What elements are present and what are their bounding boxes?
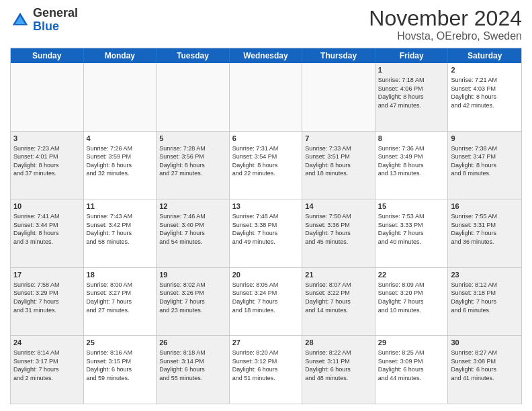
day-cell-13: 13Sunrise: 7:48 AMSunset: 3:38 PMDayligh… [230,199,303,267]
day-cell-29: 29Sunrise: 8:25 AMSunset: 3:09 PMDayligh… [375,336,449,404]
empty-cell-0-1 [84,63,157,131]
day-number: 20 [232,270,300,280]
header-day-tuesday: Tuesday [157,48,230,63]
header-day-thursday: Thursday [302,48,375,63]
day-number: 9 [451,134,519,144]
header-day-saturday: Saturday [448,48,521,63]
empty-cell-0-0 [11,63,84,131]
day-number: 16 [451,201,519,212]
day-cell-27: 27Sunrise: 8:20 AMSunset: 3:12 PMDayligh… [230,336,303,404]
day-cell-12: 12Sunrise: 7:46 AMSunset: 3:40 PMDayligh… [157,199,230,267]
day-info: Sunrise: 8:12 AMSunset: 3:18 PMDaylight:… [451,281,519,314]
day-info: Sunrise: 8:14 AMSunset: 3:17 PMDaylight:… [13,349,81,382]
day-cell-11: 11Sunrise: 7:43 AMSunset: 3:42 PMDayligh… [84,199,157,267]
logo-general: General [33,6,78,19]
day-info: Sunrise: 7:43 AMSunset: 3:42 PMDaylight:… [87,212,154,246]
day-cell-22: 22Sunrise: 8:09 AMSunset: 3:20 PMDayligh… [375,268,449,336]
day-info: Sunrise: 7:21 AMSunset: 4:03 PMDaylight:… [451,76,519,109]
day-cell-24: 24Sunrise: 8:14 AMSunset: 3:17 PMDayligh… [11,336,84,404]
location: Hovsta, OErebro, Sweden [369,30,522,42]
month-title: November 2024 [369,7,522,30]
day-cell-14: 14Sunrise: 7:50 AMSunset: 3:36 PMDayligh… [302,199,375,267]
day-cell-26: 26Sunrise: 8:18 AMSunset: 3:14 PMDayligh… [157,336,230,404]
day-cell-6: 6Sunrise: 7:31 AMSunset: 3:54 PMDaylight… [230,132,303,199]
day-number: 13 [232,201,300,212]
day-number: 15 [378,201,445,212]
day-number: 3 [13,134,81,144]
logo-blue: Blue [33,19,59,33]
day-number: 11 [87,201,154,212]
calendar-header: SundayMondayTuesdayWednesdayThursdayFrid… [11,48,521,63]
day-number: 8 [378,134,445,144]
day-info: Sunrise: 7:28 AMSunset: 3:56 PMDaylight:… [159,144,226,178]
calendar-row-3: 17Sunrise: 7:58 AMSunset: 3:29 PMDayligh… [11,267,521,336]
day-cell-17: 17Sunrise: 7:58 AMSunset: 3:29 PMDayligh… [11,268,84,336]
day-info: Sunrise: 8:18 AMSunset: 3:14 PMDaylight:… [159,349,226,382]
day-number: 2 [451,65,519,75]
day-cell-8: 8Sunrise: 7:36 AMSunset: 3:49 PMDaylight… [375,132,449,199]
day-cell-15: 15Sunrise: 7:53 AMSunset: 3:33 PMDayligh… [375,199,449,267]
day-number: 18 [87,270,154,280]
day-number: 12 [159,201,226,212]
day-info: Sunrise: 7:53 AMSunset: 3:33 PMDaylight:… [378,212,445,246]
header-day-monday: Monday [84,48,157,63]
day-cell-18: 18Sunrise: 8:00 AMSunset: 3:27 PMDayligh… [84,268,157,336]
day-info: Sunrise: 8:02 AMSunset: 3:26 PMDaylight:… [159,281,226,314]
day-cell-4: 4Sunrise: 7:26 AMSunset: 3:59 PMDaylight… [84,132,157,199]
day-cell-3: 3Sunrise: 7:23 AMSunset: 4:01 PMDaylight… [11,132,84,199]
day-info: Sunrise: 8:20 AMSunset: 3:12 PMDaylight:… [232,349,300,382]
day-info: Sunrise: 7:50 AMSunset: 3:36 PMDaylight:… [305,212,372,246]
day-cell-25: 25Sunrise: 8:16 AMSunset: 3:15 PMDayligh… [84,336,157,404]
day-info: Sunrise: 7:41 AMSunset: 3:44 PMDaylight:… [13,212,81,246]
day-info: Sunrise: 7:48 AMSunset: 3:38 PMDaylight:… [232,212,300,246]
day-info: Sunrise: 8:16 AMSunset: 3:15 PMDaylight:… [87,349,154,382]
header: General Blue November 2024 Hovsta, OEreb… [10,7,522,42]
day-cell-5: 5Sunrise: 7:28 AMSunset: 3:56 PMDaylight… [157,132,230,199]
day-cell-30: 30Sunrise: 8:27 AMSunset: 3:08 PMDayligh… [448,336,521,404]
day-info: Sunrise: 8:05 AMSunset: 3:24 PMDaylight:… [232,281,300,314]
day-number: 24 [13,338,81,348]
logo-icon [10,10,30,30]
day-number: 5 [159,134,226,144]
header-day-friday: Friday [375,48,449,63]
day-number: 25 [87,338,154,348]
title-section: November 2024 Hovsta, OErebro, Sweden [369,7,522,42]
day-number: 27 [232,338,300,348]
day-number: 21 [305,270,372,280]
calendar-row-1: 3Sunrise: 7:23 AMSunset: 4:01 PMDaylight… [11,131,521,199]
day-cell-10: 10Sunrise: 7:41 AMSunset: 3:44 PMDayligh… [11,199,84,267]
day-info: Sunrise: 7:31 AMSunset: 3:54 PMDaylight:… [232,144,300,178]
header-day-sunday: Sunday [11,48,84,63]
day-info: Sunrise: 7:26 AMSunset: 3:59 PMDaylight:… [87,144,154,178]
day-number: 22 [378,270,445,280]
calendar-row-2: 10Sunrise: 7:41 AMSunset: 3:44 PMDayligh… [11,199,521,267]
day-number: 10 [13,201,81,212]
header-day-wednesday: Wednesday [230,48,303,63]
day-info: Sunrise: 7:38 AMSunset: 3:47 PMDaylight:… [451,144,519,178]
day-info: Sunrise: 7:23 AMSunset: 4:01 PMDaylight:… [13,144,81,178]
day-number: 14 [305,201,372,212]
calendar-row-0: 1Sunrise: 7:18 AMSunset: 4:06 PMDaylight… [11,63,521,131]
day-cell-1: 1Sunrise: 7:18 AMSunset: 4:06 PMDaylight… [375,63,449,131]
day-info: Sunrise: 8:09 AMSunset: 3:20 PMDaylight:… [378,281,445,314]
day-info: Sunrise: 8:22 AMSunset: 3:11 PMDaylight:… [305,349,372,382]
day-info: Sunrise: 7:36 AMSunset: 3:49 PMDaylight:… [378,144,445,178]
day-info: Sunrise: 7:46 AMSunset: 3:40 PMDaylight:… [159,212,226,246]
day-info: Sunrise: 7:18 AMSunset: 4:06 PMDaylight:… [378,76,445,109]
day-cell-21: 21Sunrise: 8:07 AMSunset: 3:22 PMDayligh… [302,268,375,336]
empty-cell-0-3 [230,63,303,131]
day-cell-19: 19Sunrise: 8:02 AMSunset: 3:26 PMDayligh… [157,268,230,336]
day-number: 28 [305,338,372,348]
empty-cell-0-2 [157,63,230,131]
day-cell-7: 7Sunrise: 7:33 AMSunset: 3:51 PMDaylight… [302,132,375,199]
calendar-body: 1Sunrise: 7:18 AMSunset: 4:06 PMDaylight… [11,63,521,404]
day-number: 30 [451,338,519,348]
day-info: Sunrise: 8:00 AMSunset: 3:27 PMDaylight:… [87,281,154,314]
day-number: 6 [232,134,300,144]
day-cell-28: 28Sunrise: 8:22 AMSunset: 3:11 PMDayligh… [302,336,375,404]
logo: General Blue [10,7,78,34]
day-cell-2: 2Sunrise: 7:21 AMSunset: 4:03 PMDaylight… [448,63,521,131]
empty-cell-0-4 [302,63,375,131]
day-number: 23 [451,270,519,280]
day-info: Sunrise: 7:58 AMSunset: 3:29 PMDaylight:… [13,281,81,314]
